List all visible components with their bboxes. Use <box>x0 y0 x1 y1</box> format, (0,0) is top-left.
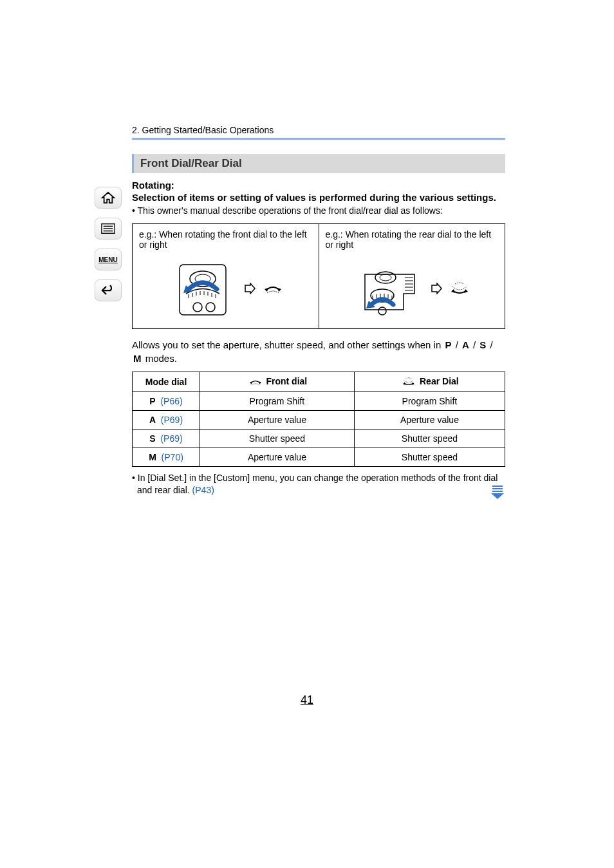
continue-arrow <box>490 486 505 502</box>
sidebar: MENU <box>93 187 123 301</box>
diagram-caption: e.g.: When rotating the front dial to th… <box>139 229 312 250</box>
table-row: M (P70) Aperture value Shutter speed <box>133 448 505 467</box>
rear-dial-diagram: e.g.: When rotating the rear dial to the… <box>319 224 505 328</box>
svg-point-16 <box>206 303 215 312</box>
rear-dial-icon <box>449 280 470 297</box>
diagram-row: e.g.: When rotating the front dial to th… <box>132 223 505 329</box>
continue-arrow-icon <box>490 486 505 500</box>
col-mode-dial: Mode dial <box>133 372 200 392</box>
svg-rect-43 <box>492 488 503 489</box>
front-dial-icon <box>262 280 284 297</box>
svg-point-21 <box>380 274 391 281</box>
back-button[interactable] <box>95 279 122 301</box>
allows-text: Allows you to set the aperture, shutter … <box>132 338 505 365</box>
divider <box>132 138 505 140</box>
arrow-right-icon <box>431 283 442 294</box>
bullet-note: This owner's manual describe operations … <box>132 205 505 216</box>
svg-marker-18 <box>265 288 268 292</box>
link-p69[interactable]: (P69) <box>161 415 183 425</box>
front-dial-diagram: e.g.: When rotating the front dial to th… <box>133 224 319 328</box>
front-dial-icon <box>247 376 264 388</box>
rotating-heading: Rotating: <box>132 180 505 191</box>
col-rear-dial: Rear Dial <box>354 372 505 392</box>
table-row: A (P69) Aperture value Aperture value <box>133 411 505 429</box>
rear-dial-illustration <box>326 256 499 321</box>
link-p69[interactable]: (P69) <box>160 433 182 444</box>
front-dial-illustration <box>139 256 312 321</box>
page-number: 41 <box>0 693 614 707</box>
home-icon <box>101 191 115 204</box>
svg-marker-39 <box>258 382 261 384</box>
svg-rect-44 <box>492 491 503 492</box>
back-icon <box>101 285 115 296</box>
breadcrumb: 2. Getting Started/Basic Operations <box>132 125 505 135</box>
home-button[interactable] <box>95 187 122 209</box>
list-icon <box>101 223 115 234</box>
col-front-dial: Front dial <box>200 372 355 392</box>
contents-button[interactable] <box>95 218 122 240</box>
svg-rect-42 <box>492 486 503 487</box>
table-row: S (P69) Shutter speed Shutter speed <box>133 429 505 448</box>
link-p43[interactable]: (P43) <box>192 485 214 495</box>
diagram-caption: e.g.: When rotating the rear dial to the… <box>326 229 499 250</box>
menu-button[interactable]: MENU <box>95 249 122 270</box>
page-content: 2. Getting Started/Basic Operations Fron… <box>132 125 505 496</box>
footnote: • In [Dial Set.] in the [Custom] menu, y… <box>132 472 505 496</box>
mode-dial-table: Mode dial Front dial Rear Dial P (P66) P… <box>132 372 505 467</box>
svg-marker-38 <box>250 382 252 384</box>
link-p66[interactable]: (P66) <box>160 396 182 406</box>
section-title: Front Dial/Rear Dial <box>132 154 505 173</box>
svg-point-20 <box>375 272 396 283</box>
menu-label: MENU <box>98 256 117 263</box>
table-header-row: Mode dial Front dial Rear Dial <box>133 372 505 392</box>
arrow-right-icon <box>244 283 256 294</box>
table-row: P (P66) Program Shift Program Shift <box>133 392 505 411</box>
svg-marker-19 <box>277 288 281 292</box>
selection-text: Selection of items or setting of values … <box>132 192 505 203</box>
link-p70[interactable]: (P70) <box>162 452 183 462</box>
svg-point-34 <box>378 307 386 315</box>
svg-marker-45 <box>491 493 504 499</box>
rear-dial-icon <box>400 376 417 388</box>
svg-point-15 <box>193 303 202 312</box>
